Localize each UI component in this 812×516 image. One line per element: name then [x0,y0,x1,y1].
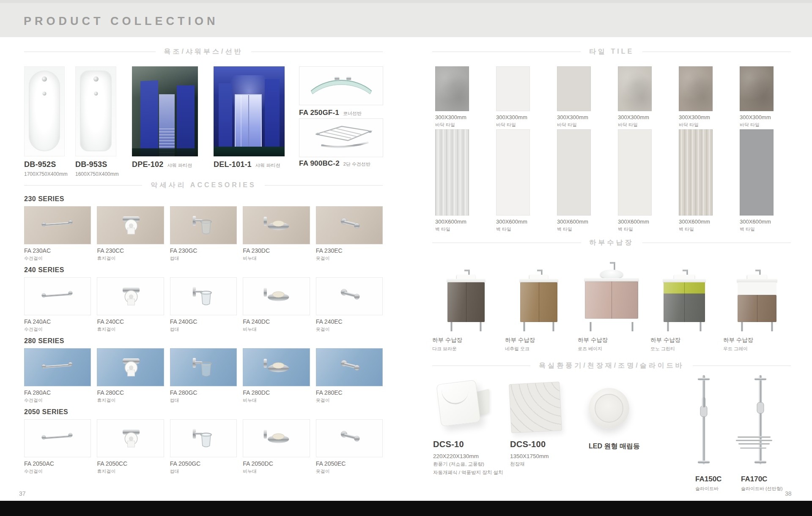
ceiling-panel-image [509,382,562,433]
floor-tile-card: 300X300mm바닥 타일 [496,66,530,128]
tile-size: 300X600mm [740,218,774,225]
tile-type: 벽 타일 [618,226,652,232]
paper-holder-icon [97,206,164,244]
product-type: 2단 수건선반 [343,161,370,167]
accessory-type: 비누대 [243,255,310,262]
accessory-type: 옷걸이 [316,397,383,404]
accessory-card-fa-2050dc: FA 2050DC비누대 [243,419,310,475]
accessory-card-fa-230dc: FA 230DC비누대 [243,206,310,262]
accessory-card-fa-240ac: FA 240AC수건걸이 [24,277,91,333]
cabinet-finish: 우드 그레이 [723,346,791,352]
tile-size: 300X300mm [740,114,774,120]
accessory-code: FA 240DC [243,318,310,325]
product-label: DB-953S1600X750X400mm [75,160,116,177]
accessory-code: FA 2050DC [243,460,310,467]
paper-holder-icon [97,348,164,386]
cabinet-counter [447,279,486,282]
accessory-type: 컵대 [170,255,237,262]
divider-line [251,52,383,52]
floor-tile-swatch [618,66,652,111]
cabinet-image [519,265,558,332]
accessory-code: FA 230GC [170,247,237,254]
divider-line [24,52,156,52]
accessory-row: FA 2050AC수건걸이FA 2050CC휴지걸이FA 2050GC컵대FA … [24,419,383,475]
divider-line [24,185,142,186]
paper-holder-icon [97,419,164,457]
cabinet-counter [737,279,777,282]
product-code: DPE-102샤워 파티션 [132,160,198,169]
tile-type: 바닥 타일 [679,122,713,128]
tile-type: 바닥 타일 [557,122,591,128]
floor-tile-card: 300X300mm바닥 타일 [740,66,774,128]
etc-section-header: 욕실환풍기/천장재/조명/슬라이드바 [432,362,791,369]
product-label: DB-952S1700X750X400mm [24,160,65,177]
accessory-card-fa-280dc: FA 280DC비누대 [243,348,310,404]
booth-wall [265,79,280,153]
cabinet-leg [590,322,592,331]
accessory-row: FA 240AC수건걸이FA 240CC휴지걸이FA 240GC컵대FA 240… [24,277,383,333]
accessory-code: FA 230AC [24,247,91,254]
robe-hook-icon [316,419,383,457]
accessory-type: 컵대 [170,326,237,333]
soap-dish-icon [243,419,310,457]
cabinet-accent-band [664,282,705,294]
page-number-right: 38 [785,490,792,497]
wall-tile-row: 300X600mm벽 타일300X600mm벽 타일300X600mm벽 타일3… [435,129,774,232]
product-dimensions: 1600X750X400mm [75,171,116,177]
cabinet-body [738,295,776,322]
cabinet-counter [519,279,558,282]
accessory-type: 컵대 [170,468,237,475]
floor-tile-card: 300X300mm바닥 타일 [557,66,591,128]
accessory-code: FA 230DC [243,247,310,254]
tile-size: 300X600mm [557,218,591,225]
accessory-type: 수건걸이 [24,468,91,475]
product-code: FA 250GF-1 [299,109,339,117]
cabinet-card--: 하부 수납장다크 브라운 [432,252,500,352]
series-heading: 280 SERIES [24,337,383,345]
tile-size: 300X600mm [496,218,530,225]
divider-line [642,52,791,52]
tile-type: 바닥 타일 [435,122,469,128]
cabinet-section-title: 하부수납장 [590,238,634,247]
led-label: LED 원형 매립등 [589,442,686,451]
slide-bar-shelf-label: FA170C 슬라이드바 (선반형) [741,475,812,492]
accessory-code: FA 2050EC [316,460,383,467]
tile-size: 300X300mm [557,114,591,120]
accessory-type: 수건걸이 [24,326,91,333]
cabinet-card--: 하부 수납장로즈 베이지 [578,252,645,352]
cabinet-leg [631,322,634,331]
accessory-code: FA 280EC [316,389,383,396]
cabinet-finish: 모노 그린티 [650,346,718,352]
booth-floor [214,147,285,156]
accessory-card-fa-2050ec: FA 2050EC옷걸이 [316,419,383,475]
cabinet-name: 하부 수납장 [432,336,500,344]
shelf-label-fa-900bc-2: FA 900BC-22단 수건선반 [299,159,370,168]
cabinet-leg [771,322,773,331]
accessory-card-fa-2050ac: FA 2050AC수건걸이 [24,419,91,475]
towel-bar-icon [24,419,91,457]
divider-line [642,243,791,243]
cabinet-body [585,281,638,319]
accessory-code: FA 280CC [97,389,164,396]
wall-tile-card: 300X600mm벽 타일 [679,129,713,232]
robe-hook-icon [316,206,383,244]
accessory-card-fa-230cc: FA 230CC휴지걸이 [97,206,164,262]
accessory-card-fa-2050cc: FA 2050CC휴지걸이 [97,419,164,475]
accessory-type: 컵대 [170,397,237,404]
accessory-code: FA 2050CC [97,460,164,467]
product-code: DB-952S [24,160,65,169]
corner-shelf-image [299,66,383,105]
catalog-page: PRODUCT COLLECTION 욕조/샤워부스/선반 악세사리 ACCES… [0,0,812,516]
product-code: DB-953S [75,160,116,169]
wall-tile-swatch [496,129,530,216]
footer-bar [0,501,812,516]
tub-faucet-hole [42,76,47,82]
cabinet-body [520,282,557,322]
bath-section-header: 욕조/샤워부스/선반 [24,48,383,55]
cabinet-name: 하부 수납장 [578,336,645,344]
fan-panel [436,380,480,427]
tile-type: 바닥 타일 [618,122,652,128]
cabinet-image [447,265,486,332]
cabinet-body [664,282,705,322]
floor-tile-swatch [435,66,469,111]
